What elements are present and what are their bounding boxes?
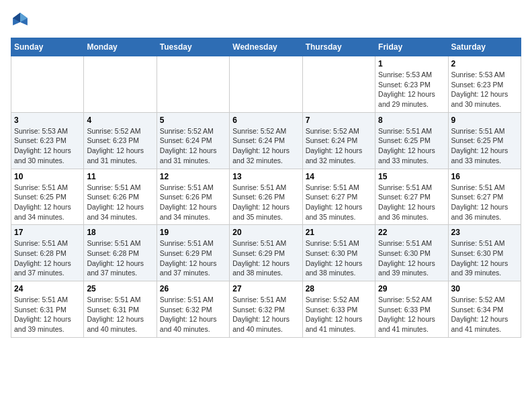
day-info: Sunrise: 5:51 AMSunset: 6:32 PMDaylight:… — [160, 295, 226, 334]
calendar-cell: 4Sunrise: 5:52 AMSunset: 6:23 PMDaylight… — [84, 112, 157, 169]
day-info: Sunrise: 5:52 AMSunset: 6:33 PMDaylight:… — [378, 295, 445, 334]
calendar-cell: 10Sunrise: 5:51 AMSunset: 6:25 PMDayligh… — [11, 169, 84, 225]
calendar-cell: 7Sunrise: 5:52 AMSunset: 6:24 PMDaylight… — [302, 112, 375, 169]
weekday-header-saturday: Saturday — [448, 38, 521, 56]
calendar-cell: 30Sunrise: 5:52 AMSunset: 6:34 PMDayligh… — [448, 281, 521, 338]
calendar-cell: 2Sunrise: 5:53 AMSunset: 6:23 PMDaylight… — [448, 56, 521, 113]
calendar-cell: 11Sunrise: 5:51 AMSunset: 6:26 PMDayligh… — [84, 169, 157, 225]
day-info: Sunrise: 5:52 AMSunset: 6:23 PMDaylight:… — [87, 126, 153, 166]
day-info: Sunrise: 5:51 AMSunset: 6:30 PMDaylight:… — [451, 238, 518, 278]
calendar-week-2: 3Sunrise: 5:53 AMSunset: 6:23 PMDaylight… — [11, 112, 521, 169]
day-number: 5 — [160, 116, 226, 125]
logo — [11, 11, 32, 30]
day-info: Sunrise: 5:51 AMSunset: 6:27 PMDaylight:… — [378, 183, 445, 222]
day-number: 14 — [306, 172, 372, 181]
calendar-cell: 5Sunrise: 5:52 AMSunset: 6:24 PMDaylight… — [157, 112, 229, 169]
day-number: 7 — [306, 116, 372, 125]
calendar-header: SundayMondayTuesdayWednesdayThursdayFrid… — [11, 38, 521, 56]
weekday-header-friday: Friday — [375, 38, 448, 56]
weekday-header-wednesday: Wednesday — [230, 38, 302, 56]
day-number: 29 — [378, 284, 445, 293]
calendar-cell — [302, 56, 375, 113]
day-info: Sunrise: 5:51 AMSunset: 6:30 PMDaylight:… — [378, 238, 445, 278]
day-number: 20 — [232, 228, 299, 237]
day-number: 25 — [87, 284, 153, 293]
calendar-body: 1Sunrise: 5:53 AMSunset: 6:23 PMDaylight… — [11, 56, 521, 338]
day-number: 26 — [160, 284, 226, 293]
day-info: Sunrise: 5:51 AMSunset: 6:32 PMDaylight:… — [232, 295, 299, 334]
weekday-header-tuesday: Tuesday — [157, 38, 229, 56]
calendar-cell: 6Sunrise: 5:52 AMSunset: 6:24 PMDaylight… — [230, 112, 302, 169]
weekday-header-sunday: Sunday — [11, 38, 84, 56]
calendar-cell: 19Sunrise: 5:51 AMSunset: 6:29 PMDayligh… — [157, 225, 229, 281]
day-number: 18 — [87, 228, 153, 237]
calendar-cell: 23Sunrise: 5:51 AMSunset: 6:30 PMDayligh… — [448, 225, 521, 281]
day-info: Sunrise: 5:52 AMSunset: 6:24 PMDaylight:… — [306, 126, 372, 166]
day-number: 2 — [451, 59, 518, 68]
day-number: 1 — [378, 59, 445, 68]
page-header — [11, 11, 521, 30]
weekday-header-thursday: Thursday — [302, 38, 375, 56]
day-info: Sunrise: 5:51 AMSunset: 6:27 PMDaylight:… — [306, 183, 372, 222]
day-number: 4 — [87, 116, 153, 125]
calendar-table: SundayMondayTuesdayWednesdayThursdayFrid… — [11, 38, 521, 338]
calendar-cell: 12Sunrise: 5:51 AMSunset: 6:26 PMDayligh… — [157, 169, 229, 225]
day-number: 3 — [14, 116, 81, 125]
calendar-cell: 8Sunrise: 5:51 AMSunset: 6:25 PMDaylight… — [375, 112, 448, 169]
calendar-cell — [230, 56, 302, 113]
calendar-cell: 27Sunrise: 5:51 AMSunset: 6:32 PMDayligh… — [230, 281, 302, 338]
day-info: Sunrise: 5:51 AMSunset: 6:25 PMDaylight:… — [378, 126, 445, 166]
calendar-cell: 20Sunrise: 5:51 AMSunset: 6:29 PMDayligh… — [230, 225, 302, 281]
day-number: 30 — [451, 284, 518, 293]
calendar-cell: 28Sunrise: 5:52 AMSunset: 6:33 PMDayligh… — [302, 281, 375, 338]
day-info: Sunrise: 5:52 AMSunset: 6:24 PMDaylight:… — [160, 126, 226, 166]
day-info: Sunrise: 5:51 AMSunset: 6:29 PMDaylight:… — [160, 238, 226, 278]
day-info: Sunrise: 5:51 AMSunset: 6:31 PMDaylight:… — [14, 295, 81, 334]
calendar-cell: 13Sunrise: 5:51 AMSunset: 6:26 PMDayligh… — [230, 169, 302, 225]
day-info: Sunrise: 5:51 AMSunset: 6:27 PMDaylight:… — [451, 183, 518, 222]
day-info: Sunrise: 5:52 AMSunset: 6:33 PMDaylight:… — [306, 295, 372, 334]
calendar-cell: 17Sunrise: 5:51 AMSunset: 6:28 PMDayligh… — [11, 225, 84, 281]
calendar-week-5: 24Sunrise: 5:51 AMSunset: 6:31 PMDayligh… — [11, 281, 521, 338]
calendar-week-4: 17Sunrise: 5:51 AMSunset: 6:28 PMDayligh… — [11, 225, 521, 281]
day-number: 8 — [378, 116, 445, 125]
calendar-week-1: 1Sunrise: 5:53 AMSunset: 6:23 PMDaylight… — [11, 56, 521, 113]
day-info: Sunrise: 5:51 AMSunset: 6:26 PMDaylight:… — [160, 183, 226, 222]
calendar-cell: 9Sunrise: 5:51 AMSunset: 6:25 PMDaylight… — [448, 112, 521, 169]
calendar-cell: 1Sunrise: 5:53 AMSunset: 6:23 PMDaylight… — [375, 56, 448, 113]
calendar-cell: 24Sunrise: 5:51 AMSunset: 6:31 PMDayligh… — [11, 281, 84, 338]
day-number: 11 — [87, 172, 153, 181]
day-info: Sunrise: 5:53 AMSunset: 6:23 PMDaylight:… — [451, 70, 518, 109]
day-info: Sunrise: 5:51 AMSunset: 6:29 PMDaylight:… — [232, 238, 299, 278]
calendar-cell: 18Sunrise: 5:51 AMSunset: 6:28 PMDayligh… — [84, 225, 157, 281]
day-info: Sunrise: 5:51 AMSunset: 6:25 PMDaylight:… — [14, 183, 81, 222]
day-number: 24 — [14, 284, 81, 293]
calendar-cell: 26Sunrise: 5:51 AMSunset: 6:32 PMDayligh… — [157, 281, 229, 338]
calendar-week-3: 10Sunrise: 5:51 AMSunset: 6:25 PMDayligh… — [11, 169, 521, 225]
day-number: 17 — [14, 228, 81, 237]
calendar-cell: 21Sunrise: 5:51 AMSunset: 6:30 PMDayligh… — [302, 225, 375, 281]
calendar-cell — [11, 56, 84, 113]
day-number: 27 — [232, 284, 299, 293]
day-number: 6 — [232, 116, 299, 125]
day-info: Sunrise: 5:52 AMSunset: 6:24 PMDaylight:… — [232, 126, 299, 166]
calendar-cell: 3Sunrise: 5:53 AMSunset: 6:23 PMDaylight… — [11, 112, 84, 169]
day-number: 9 — [451, 116, 518, 125]
weekday-header-row: SundayMondayTuesdayWednesdayThursdayFrid… — [11, 38, 521, 56]
calendar-cell: 25Sunrise: 5:51 AMSunset: 6:31 PMDayligh… — [84, 281, 157, 338]
weekday-header-monday: Monday — [84, 38, 157, 56]
day-number: 19 — [160, 228, 226, 237]
calendar-cell: 14Sunrise: 5:51 AMSunset: 6:27 PMDayligh… — [302, 169, 375, 225]
day-info: Sunrise: 5:51 AMSunset: 6:28 PMDaylight:… — [87, 238, 153, 278]
day-info: Sunrise: 5:53 AMSunset: 6:23 PMDaylight:… — [14, 126, 81, 166]
day-info: Sunrise: 5:51 AMSunset: 6:31 PMDaylight:… — [87, 295, 153, 334]
day-info: Sunrise: 5:51 AMSunset: 6:26 PMDaylight:… — [232, 183, 299, 222]
day-number: 16 — [451, 172, 518, 181]
day-info: Sunrise: 5:51 AMSunset: 6:25 PMDaylight:… — [451, 126, 518, 166]
day-number: 21 — [306, 228, 372, 237]
calendar-cell — [84, 56, 157, 113]
day-number: 22 — [378, 228, 445, 237]
calendar-cell: 16Sunrise: 5:51 AMSunset: 6:27 PMDayligh… — [448, 169, 521, 225]
day-number: 28 — [306, 284, 372, 293]
day-number: 13 — [232, 172, 299, 181]
